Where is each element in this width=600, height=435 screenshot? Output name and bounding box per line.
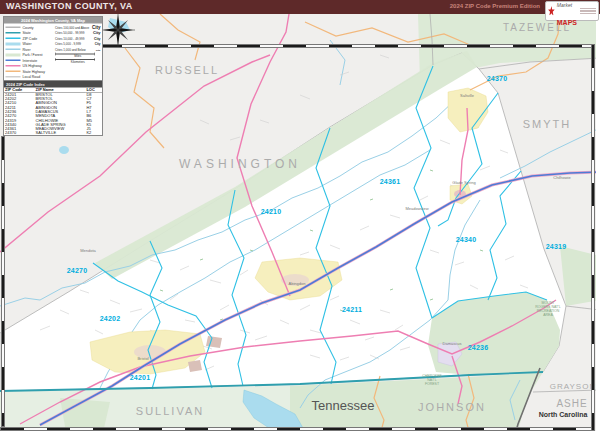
legend-swatch <box>6 38 21 40</box>
legend-swatch <box>6 60 21 62</box>
compass-rose-icon <box>101 13 135 47</box>
city-class-label: Cities 10,000 - 49,999 <box>55 37 84 40</box>
legend-swatch <box>6 42 21 45</box>
legend-city-class: Cities 1,000 and BelowCity <box>55 47 101 53</box>
legend-swatch <box>6 53 21 56</box>
legend-label: County <box>23 26 34 30</box>
legend-label: State Highway <box>23 70 46 74</box>
legend-label: Local Road <box>23 75 41 79</box>
city-class-label: Cities 1,000 and Below <box>55 48 86 51</box>
ruler-right <box>591 44 595 431</box>
legend-swatch <box>6 76 21 78</box>
urban-patch-1 <box>206 336 222 348</box>
ruler-left <box>1 136 5 427</box>
logo-word-1: Market <box>557 2 572 8</box>
city-class-label: Cities 100,000 and Above <box>55 26 89 29</box>
legend-swatch <box>6 27 21 29</box>
zip-index-table: ZIP CodeZIP NameLOC 24201BRISTOLD824202B… <box>4 88 102 136</box>
urban-patch-2 <box>188 360 202 372</box>
city-sample: City <box>92 25 101 30</box>
city-class-label: Cities 50,000 - 99,999 <box>55 31 84 34</box>
legend-swatch <box>6 65 21 67</box>
logo-word-2: MAPS <box>557 19 577 26</box>
scale-bar: Miles <box>55 54 101 58</box>
legend-symbol-list: CountyStateZIP CodeWaterRiverPark / Fore… <box>6 25 55 80</box>
right-margin <box>596 14 600 435</box>
city-class-label: Cities 5,000 - 9,999 <box>55 42 81 45</box>
ruler-top <box>98 44 592 48</box>
edition-label: 2024 ZIP Code Premium Edition <box>450 3 540 9</box>
scale-bar-line <box>55 59 95 60</box>
city-sample: City <box>93 31 101 36</box>
legend-label: Interstate <box>23 59 38 63</box>
legend-swatch <box>6 32 21 34</box>
logo-star-icon <box>548 6 555 16</box>
legend-label: ZIP Code <box>23 37 38 41</box>
legend-label: River <box>23 48 31 52</box>
legend-label: State <box>23 31 31 35</box>
scale-bar-line <box>55 54 95 55</box>
zip-table-cell: K2 <box>85 131 102 135</box>
legend-city-list: Cities 100,000 and AboveCityCities 50,00… <box>55 25 101 80</box>
legend-panel: 2024 Washington County, VA Map CountySta… <box>3 16 103 82</box>
bottom-margin <box>0 431 600 435</box>
zip-table-row: 24370SALTVILLEK2 <box>4 131 102 135</box>
page-title: WASHINGTON COUNTY, VA <box>6 1 133 11</box>
legend-item: Local Road <box>6 74 55 80</box>
ruler-bottom <box>0 427 592 431</box>
header-bar: WASHINGTON COUNTY, VA 2024 ZIP Code Prem… <box>0 0 600 14</box>
zip-table-cell: SALTVILLE <box>35 131 86 135</box>
legend-label: US Highway <box>23 64 42 68</box>
scale-bar: Kilometers <box>55 59 101 63</box>
city-sample: City <box>96 48 101 51</box>
brand-logo: Market MAPS <box>545 1 599 21</box>
map-page: RUSSELLTAZEWELLSMYTHWASHINGTONSULLIVANJO… <box>0 0 600 435</box>
zip-index-panel: 2024 ZIP Code Index ZIP CodeZIP NameLOC … <box>3 80 103 136</box>
legend-swatch <box>6 49 21 51</box>
city-sample: City <box>95 42 101 45</box>
legend-swatch <box>6 71 21 73</box>
city-sample: City <box>94 37 101 41</box>
logo-fineprint <box>580 8 596 15</box>
legend-label: Water <box>23 42 32 46</box>
small-lake <box>59 146 69 154</box>
zip-table-cell: 24370 <box>4 131 35 135</box>
legend-label: Park / Forest <box>23 53 43 57</box>
